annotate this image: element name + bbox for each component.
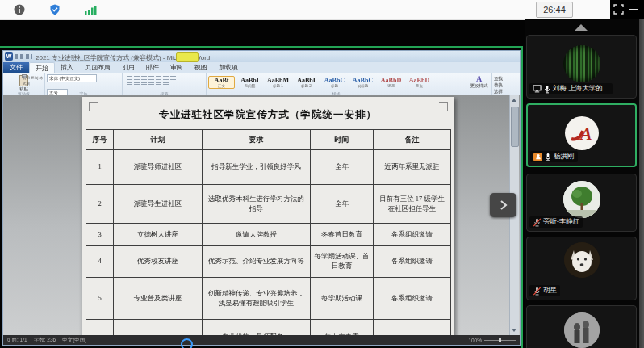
tab-mailings: 邮件 (140, 62, 165, 73)
table-row: 3立德树人讲座邀请大牌教授冬春首日教育各系组织邀请 (86, 224, 451, 246)
participant-label: 胡星 (529, 285, 560, 296)
window-controls (610, 0, 644, 19)
scroll-down-icon (512, 329, 516, 332)
collapse-panel-arrow-icon[interactable] (574, 24, 588, 31)
style-item: AaBbD要点 (406, 76, 433, 89)
participant-name: 刘梅 上海大学的… (553, 84, 609, 94)
svg-text:A: A (579, 124, 592, 144)
table-row: 4优秀校友讲座优秀示范、介绍专业发展方向等每学期活动课、首日教育各系组织邀请 (86, 246, 451, 278)
mic-muted-icon (533, 287, 542, 296)
word-title-text: 2021 专业进驻社区学院宣传方式 (兼容模式) - Microsoft Wor… (36, 53, 245, 62)
style-item: AaBbI标题 2 (293, 76, 320, 89)
tab-page-layout: 页面布局 (79, 62, 116, 73)
mic-on-icon (544, 153, 552, 161)
tab-addins: 加载项 (213, 62, 244, 73)
participant-label: 旁听-李静红 (529, 216, 583, 228)
shared-word-window: W 2021 专业进驻社区学院宣传方式 (兼容模式) - Microsoft W… (2, 50, 521, 346)
participant-tile[interactable]: 旁听-李静红 (526, 174, 637, 232)
panel-toggle-button[interactable] (490, 193, 516, 217)
participant-tile[interactable]: 胡星 (526, 237, 637, 300)
participants-sidebar: 刘梅 上海大学的… A 杨洪刚 (525, 19, 639, 348)
avatar (563, 181, 600, 218)
host-badge-icon (533, 153, 542, 161)
tab-references: 引用 (116, 62, 140, 73)
participant-tile[interactable]: A 杨洪刚 (526, 103, 637, 167)
red-logo: A (568, 121, 596, 145)
screen-share-icon (533, 85, 542, 93)
shield-icon[interactable] (48, 3, 61, 16)
table-row: 2派驻导生进社区选取优秀本科生进行学习方法的指导全年目前有三位 17 级学生在社… (86, 185, 451, 224)
change-styles-icon: A (468, 74, 490, 83)
replace-item: 替换 (494, 82, 518, 89)
meeting-topbar: 26:44 (0, 0, 610, 20)
font-name-select: 宋体 (中文正文) (47, 74, 97, 82)
info-icon[interactable] (13, 3, 26, 16)
style-item: AaBbM标题 1 (265, 76, 291, 89)
tab-insert: 插入 (55, 62, 79, 73)
table-row: 5专业普及类讲座创新精神传递、专业兴趣培养，浅显易懂有趣能吸引学生每学期活动课各… (86, 278, 451, 320)
quick-access-toolbar (15, 54, 32, 59)
language-indicator: 中文(中国) (62, 337, 86, 344)
zoom-slider (484, 340, 516, 341)
tab-view: 视图 (189, 62, 213, 73)
ribbon: 粘贴 剪切 复制 格式刷 剪贴板 宋体 (中文正文) 五号 B I U AA 字… (3, 73, 520, 97)
avatar (564, 312, 600, 348)
table-row: 1派驻导师进社区指导新生学业，引领良好学风全年近两年系里无派驻 (86, 150, 451, 185)
change-styles-button: A 更改样式 (466, 73, 492, 96)
word-count: 字数: 236 (34, 337, 56, 344)
participant-name: 杨洪刚 (554, 152, 575, 161)
font-group: 宋体 (中文正文) 五号 B I U AA 字体 (45, 73, 123, 96)
ribbon-tab-row: 文件 开始 插入 页面布局 引用 邮件 审阅 视图 加载项 (3, 62, 520, 73)
participant-name: 胡星 (543, 286, 557, 296)
participant-tile[interactable] (526, 305, 637, 348)
tab-file: 文件 (3, 62, 29, 73)
style-item: AaBbC标题 (321, 76, 348, 89)
network-signal-icon[interactable] (84, 3, 97, 16)
chevron-right-icon (500, 199, 508, 211)
participant-label: 刘梅 上海大学的… (529, 83, 613, 94)
minimize-icon[interactable] (629, 9, 638, 10)
participant-name: 旁听-李静红 (543, 217, 579, 227)
tab-review: 审阅 (165, 62, 189, 73)
styles-group: AaBt正文 AaBbI无间隔 AaBbM标题 1 AaBbI标题 2 AaBb… (207, 73, 466, 96)
fullscreen-exit-icon[interactable] (613, 4, 624, 15)
clipboard-group: 粘贴 剪切 复制 格式刷 剪贴板 (3, 73, 45, 96)
paragraph-group: 段落 (123, 73, 207, 96)
clipboard-items: 剪切 复制 格式刷 (23, 76, 44, 87)
doc-table: 序号 计划 要求 时间 备注 1派驻导师进社区指导新生学业，引领良好学风全年近两… (86, 129, 451, 335)
sketch-avatar (564, 312, 600, 348)
find-item: 查找 (494, 76, 518, 82)
select-item: 选择 (494, 89, 518, 95)
document-title: 专业进驻社区学院宣传方式（学院统一安排） (82, 108, 454, 122)
style-item: AaBbC副标题 (349, 76, 376, 89)
dog-avatar (564, 242, 600, 278)
table-row: 专业优势、导师配备、集中在春季 (86, 320, 451, 336)
word-statusbar: 页面: 1/1 字数: 236 中文(中国) 100% (3, 335, 520, 345)
editing-group: 查找 替换 选择 (492, 73, 520, 96)
tab-home: 开始 (29, 62, 55, 73)
meeting-timer: 26:44 (536, 2, 573, 18)
word-titlebar: W 2021 专业进驻社区学院宣传方式 (兼容模式) - Microsoft W… (3, 51, 520, 62)
avatar: A (565, 116, 599, 150)
style-item: AaBbD强调 (378, 76, 404, 89)
zoom-level: 100% (468, 338, 482, 343)
titlebar-highlight (176, 52, 199, 62)
meeting-app-window: 26:44 W 2021 专业进驻社区学院宣传方式 (兼容模式) - Micro… (0, 0, 644, 348)
avatar (564, 242, 600, 278)
cursor-highlight (181, 338, 193, 348)
style-item: AaBt正文 (208, 76, 235, 89)
scroll-up-icon (512, 99, 516, 102)
sidebar-edge-strip (639, 19, 644, 348)
participant-tile[interactable]: 刘梅 上海大学的… (526, 35, 637, 99)
mic-muted-icon (533, 218, 542, 227)
document-area: 专业进驻社区学院宣传方式（学院统一安排） 序号 计划 要求 时间 备注 1派驻导… (3, 95, 520, 335)
mic-on-icon (543, 85, 551, 94)
word-logo: W (5, 52, 13, 61)
document-page: 专业进驻社区学院宣传方式（学院统一安排） 序号 计划 要求 时间 备注 1派驻导… (82, 97, 454, 335)
avatar (563, 45, 600, 82)
page-indicator: 页面: 1/1 (6, 337, 27, 344)
table-header-row: 序号 计划 要求 时间 备注 (86, 130, 451, 150)
style-item: AaBbI无间隔 (236, 76, 263, 89)
tree-avatar (563, 181, 600, 218)
participant-label: 杨洪刚 (530, 151, 578, 162)
